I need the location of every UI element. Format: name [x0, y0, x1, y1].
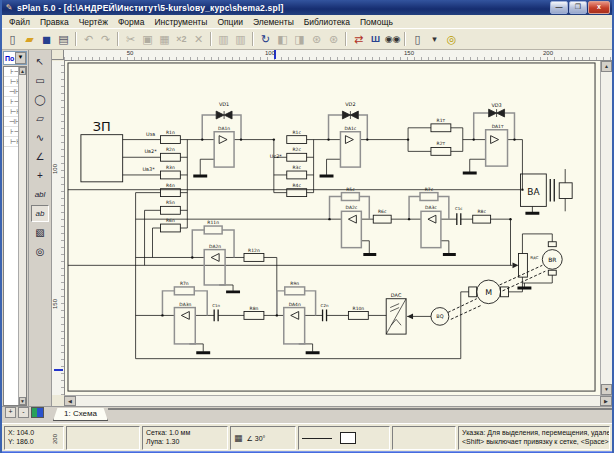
ungroup-icon[interactable]: ⊛: [325, 31, 342, 47]
duplicate-icon[interactable]: ×2: [173, 31, 190, 47]
library-zoom-in-button[interactable]: +: [5, 407, 16, 418]
group-icon[interactable]: ⊛: [308, 31, 325, 47]
signal-arrows: [407, 262, 518, 319]
schematic-canvas[interactable]: ЗПUзвUв2*Uв3*Uс2*R1nR2nR3nR4nR5nR6nDA1nV…: [65, 61, 600, 395]
dimension-tool[interactable]: ∠: [31, 148, 49, 165]
rotate-icon[interactable]: ↻: [257, 31, 274, 47]
zoom-tool-icon[interactable]: ◎: [443, 31, 460, 47]
bezier-tool[interactable]: ∿: [31, 129, 49, 146]
loupe-factor: Лупа: 1.30: [146, 437, 224, 446]
library-color-icon[interactable]: [31, 407, 44, 418]
line-style-sample[interactable]: [302, 438, 332, 439]
move-to-sheet-icon[interactable]: ▥: [232, 31, 249, 47]
library-dropdown[interactable]: По ▼: [3, 51, 27, 65]
pointer-tool[interactable]: ↖: [31, 53, 49, 70]
restore-button[interactable]: ❐: [569, 1, 587, 14]
toolbar-separator: [345, 32, 347, 46]
vertical-scrollbar[interactable]: ▲ ▼: [600, 61, 612, 395]
node-tool[interactable]: +: [31, 167, 49, 184]
opamp-bodies: [174, 130, 507, 344]
scroll-down-button[interactable]: ▼: [601, 384, 612, 395]
redo-icon[interactable]: ↷: [97, 31, 114, 47]
textbox-tool[interactable]: ab: [31, 205, 49, 222]
save-file-icon[interactable]: ◼: [38, 31, 55, 47]
window-title: sPlan 5.0 - [d:\АНДРЕЙ\Институт\5-kurs\о…: [17, 3, 549, 13]
component-label: ЗП: [93, 119, 111, 134]
component-label: DA3c: [425, 205, 437, 210]
component-label: R6c: [378, 209, 387, 214]
rectangle-tool[interactable]: ▭: [31, 72, 49, 89]
mirror-horizontal-icon[interactable]: ◧: [274, 31, 291, 47]
menu-item-3[interactable]: Форма: [113, 16, 150, 28]
component-label: DA1т: [492, 124, 504, 129]
open-file-icon[interactable]: ▰: [21, 31, 38, 47]
scrollbar-track[interactable]: [76, 396, 600, 406]
search-icon[interactable]: ◉◉: [384, 31, 401, 47]
schematic-drawing[interactable]: ЗПUзвUв2*Uв3*Uс2*R1nR2nR3nR4nR5nR6nDA1nV…: [65, 61, 600, 395]
undo-icon[interactable]: ↶: [80, 31, 97, 47]
menu-item-7[interactable]: Библиотека: [299, 16, 355, 28]
close-button[interactable]: x: [588, 1, 610, 14]
component-label: DA2c: [346, 205, 358, 210]
library-scrollbar[interactable]: ▲ ▼: [18, 67, 26, 405]
menu-item-6[interactable]: Элементы: [248, 16, 299, 28]
redraw-icon[interactable]: ⇄: [350, 31, 367, 47]
polygon-tool[interactable]: ▱: [31, 110, 49, 127]
mirror-vertical-icon[interactable]: ◨: [291, 31, 308, 47]
component-label: R1т: [437, 118, 446, 123]
ruler-number: 100: [52, 164, 58, 174]
wires: [68, 128, 565, 359]
fill-style-sample[interactable]: [340, 432, 356, 444]
dropdown-arrow-icon[interactable]: ▼: [15, 52, 26, 64]
library-zoom-out-button[interactable]: -: [18, 407, 29, 418]
image-tool[interactable]: ▧: [31, 224, 49, 241]
sheet-properties-icon[interactable]: ▯: [409, 31, 426, 47]
toolbar-separator: [404, 32, 406, 46]
component-label: R2c: [292, 147, 301, 152]
dropdown-arrow-icon[interactable]: ▾: [426, 31, 443, 47]
scroll-left-button[interactable]: ◀: [64, 396, 76, 406]
menu-item-2[interactable]: Чертёж: [74, 16, 113, 28]
menu-item-4[interactable]: Инструменты: [149, 16, 212, 28]
scroll-up-button[interactable]: ▲: [601, 61, 612, 72]
scroll-right-button[interactable]: ▶: [600, 396, 612, 406]
library-panel: По ▼ ⊦⊣⊢⊦⊣⊢⊦⊣⊢⊦⊣⊢⊦⊣⊢⊦ ▲ ▼: [2, 50, 29, 406]
paste-icon[interactable]: ▦: [156, 31, 173, 47]
menu-item-0[interactable]: Файл: [4, 16, 35, 28]
minimize-button[interactable]: —: [550, 1, 568, 14]
text-tool[interactable]: abl: [31, 186, 49, 203]
magnifier-tool[interactable]: ◎: [31, 243, 49, 260]
ruler-number: 50: [127, 50, 134, 56]
component-label: DA1n: [218, 126, 230, 131]
component-label: R4n: [166, 183, 175, 188]
delete-icon[interactable]: ✕: [190, 31, 207, 47]
junction-dots: [161, 138, 523, 316]
ruler-number: 150: [404, 50, 414, 56]
menu-item-5[interactable]: Опции: [212, 16, 248, 28]
component-label: Uс2*: [270, 153, 283, 159]
menu-item-8[interactable]: Помощь: [355, 16, 398, 28]
new-sheet-icon[interactable]: ▯: [4, 31, 21, 47]
component-label: VD1: [219, 101, 229, 107]
cut-icon[interactable]: ✂: [122, 31, 139, 47]
component-label: R2n: [166, 147, 175, 152]
copy-icon[interactable]: ▣: [139, 31, 156, 47]
ellipse-tool[interactable]: ◯: [31, 91, 49, 108]
menu-item-1[interactable]: Правка: [35, 16, 74, 28]
tool-palette: ↖▭◯▱∿∠+ablab▧◎: [29, 50, 52, 406]
copy-to-sheet-icon[interactable]: ▥: [215, 31, 232, 47]
scroll-down-icon[interactable]: ▼: [19, 397, 26, 405]
toolbar-separator: [117, 32, 119, 46]
library-list[interactable]: ⊦⊣⊢⊦⊣⊢⊦⊣⊢⊦⊣⊢⊦⊣⊢⊦ ▲ ▼: [3, 66, 27, 406]
hint-text: Указка: Для выделения, перемещения, удал…: [458, 426, 610, 450]
style-samples-cell: [298, 426, 390, 450]
component-label: R3c: [292, 165, 301, 170]
hint-line-2: <Shift> выключает привязку к сетке, <Spa…: [462, 437, 606, 446]
sheet-tab[interactable]: 1: Схема: [53, 408, 108, 421]
vd-diodes: [216, 109, 504, 119]
horizontal-scrollbar[interactable]: ◀ ▶: [64, 395, 612, 406]
print-icon[interactable]: ▤: [55, 31, 72, 47]
elements-panel-icon[interactable]: Ш: [367, 31, 384, 47]
scroll-up-icon[interactable]: ▲: [19, 67, 26, 75]
component-label: Uв2*: [144, 148, 157, 154]
